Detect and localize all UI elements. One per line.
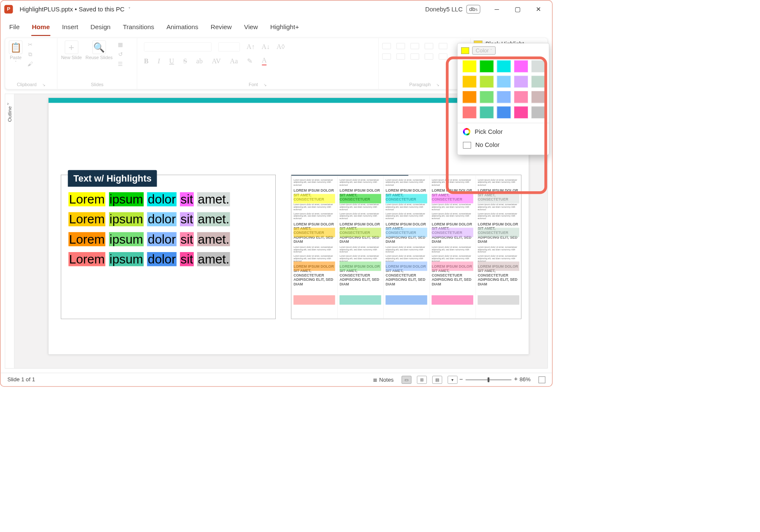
bold-button[interactable]: B: [144, 57, 149, 65]
tab-view[interactable]: View: [244, 22, 259, 36]
doc-column: Lorem ipsum dolor sit amet, consectetuer…: [429, 176, 475, 319]
color-swatch-5[interactable]: [462, 76, 476, 88]
spacing-button[interactable]: AV: [212, 57, 221, 65]
popup-current-color: [461, 47, 469, 54]
org-name: Doneby5 LLC: [425, 5, 463, 13]
color-swatch-11[interactable]: [480, 91, 494, 103]
highlight-line: Lorem ipsum dolor sit amet.: [68, 252, 268, 266]
new-slide-button[interactable]: ＋ New Slide: [61, 41, 82, 60]
outline-expand-icon[interactable]: ›: [7, 101, 9, 106]
cut-icon[interactable]: ✂: [26, 41, 34, 49]
no-color-row[interactable]: No Color: [458, 138, 549, 152]
color-swatch-14[interactable]: [531, 91, 545, 103]
fit-to-window-button[interactable]: [539, 376, 546, 383]
slide-accent-bar: [49, 98, 529, 103]
doc-column: Lorem ipsum dolor sit amet, consectetuer…: [475, 176, 521, 319]
normal-view-button[interactable]: ▭: [402, 376, 411, 384]
tab-home[interactable]: Home: [31, 22, 50, 36]
no-color-icon: [463, 142, 471, 149]
box-highlight: [339, 262, 381, 271]
decrease-font-icon[interactable]: A↓: [261, 43, 270, 51]
paste-button[interactable]: 📋 Paste ˅: [9, 41, 22, 65]
color-swatch-15[interactable]: [462, 106, 476, 119]
close-button[interactable]: ✕: [534, 5, 543, 14]
color-swatch-0[interactable]: [462, 60, 476, 73]
color-picker-popup: Color˅ Pick Color No Color: [457, 43, 549, 155]
pick-color-row[interactable]: Pick Color: [458, 125, 549, 138]
org-badge[interactable]: db₅: [467, 5, 480, 14]
minimize-button[interactable]: ─: [492, 5, 501, 14]
color-swatch-2[interactable]: [497, 60, 511, 73]
section-icon[interactable]: ☰: [117, 60, 125, 68]
zoom-value[interactable]: 86%: [519, 377, 530, 383]
color-swatch-10[interactable]: [462, 91, 476, 103]
image-highlights-card[interactable]: Image w/ Box Highlights Lorem ipsum dolo…: [291, 175, 521, 319]
increase-font-icon[interactable]: A↑: [247, 43, 255, 51]
tab-insert[interactable]: Insert: [62, 22, 79, 36]
box-highlight: [432, 228, 473, 237]
tab-animations[interactable]: Animations: [166, 22, 199, 36]
format-painter-icon[interactable]: 🖌: [26, 60, 34, 68]
shadow-button[interactable]: ab: [196, 57, 203, 65]
underline-button[interactable]: U: [169, 57, 174, 65]
chevron-down-icon[interactable]: ˅: [128, 7, 130, 12]
color-swatch-17[interactable]: [497, 106, 511, 119]
tab-transitions[interactable]: Transitions: [122, 22, 155, 36]
layout-icon[interactable]: ▦: [117, 41, 125, 49]
case-button[interactable]: Aa: [230, 57, 238, 65]
slide-indicator: Slide 1 of 1: [7, 377, 35, 383]
reset-icon[interactable]: ↺: [117, 50, 125, 58]
notes-button[interactable]: ≣ Notes: [373, 376, 394, 383]
color-swatch-19[interactable]: [531, 106, 545, 119]
strike-button[interactable]: S: [183, 57, 187, 65]
box-highlight: [385, 194, 427, 204]
color-swatch-13[interactable]: [514, 91, 528, 103]
clipboard-launcher-icon[interactable]: ↘: [42, 82, 46, 87]
paragraph-launcher-icon[interactable]: ↘: [436, 82, 440, 87]
box-highlight: [432, 194, 473, 204]
color-swatch-6[interactable]: [480, 76, 494, 88]
sorter-view-button[interactable]: ⊞: [417, 376, 427, 384]
zoom-slider[interactable]: [465, 379, 511, 380]
box-highlight: [478, 194, 519, 204]
doc-column: Lorem ipsum dolor sit amet, consectetuer…: [383, 176, 429, 319]
color-swatch-9[interactable]: [531, 76, 545, 88]
italic-button[interactable]: I: [158, 57, 160, 65]
color-swatch-18[interactable]: [514, 106, 528, 119]
box-highlight: [478, 228, 519, 237]
highlight-text-icon[interactable]: ✎: [247, 57, 252, 65]
popup-color-button[interactable]: Color˅: [472, 46, 495, 55]
maximize-button[interactable]: ▢: [513, 5, 522, 14]
highlight-line: Lorem ipsum dolor sit amet.: [68, 232, 268, 247]
tab-file[interactable]: File: [8, 22, 20, 36]
tab-highlight-plus[interactable]: Highlight+: [269, 22, 299, 36]
color-swatch-3[interactable]: [514, 60, 528, 73]
box-highlight: [293, 262, 335, 271]
color-swatch-8[interactable]: [514, 76, 528, 88]
tab-review[interactable]: Review: [210, 22, 232, 36]
color-swatch-12[interactable]: [497, 91, 511, 103]
box-highlight: [385, 228, 427, 237]
box-highlight: [339, 228, 381, 237]
box-highlight: [339, 296, 381, 305]
color-swatch-1[interactable]: [480, 60, 494, 73]
clear-format-icon[interactable]: A◊: [277, 43, 285, 51]
box-highlight: [385, 296, 427, 305]
save-status[interactable]: Saved to this PC: [79, 5, 124, 13]
slideshow-button[interactable]: ▾: [448, 376, 457, 384]
reading-view-button[interactable]: ▤: [432, 376, 442, 384]
color-swatch-16[interactable]: [480, 106, 494, 119]
color-wheel-icon: [463, 128, 470, 135]
group-font-label: Font: [249, 82, 258, 87]
tab-design[interactable]: Design: [90, 22, 111, 36]
font-launcher-icon[interactable]: ↘: [263, 82, 267, 87]
reuse-slides-button[interactable]: 🔍 Reuse Slides: [86, 41, 113, 60]
text-highlights-card[interactable]: Text w/ Highlights Lorem ipsum dolor sit…: [61, 175, 276, 319]
color-swatch-4[interactable]: [531, 60, 545, 73]
copy-icon[interactable]: ⧉: [26, 50, 34, 58]
color-swatch-7[interactable]: [497, 76, 511, 88]
bullets-icon[interactable]: [382, 43, 391, 49]
font-color-icon[interactable]: A: [262, 57, 267, 65]
box-highlight: [293, 228, 335, 237]
outline-panel-tab[interactable]: Outline: [5, 94, 14, 368]
